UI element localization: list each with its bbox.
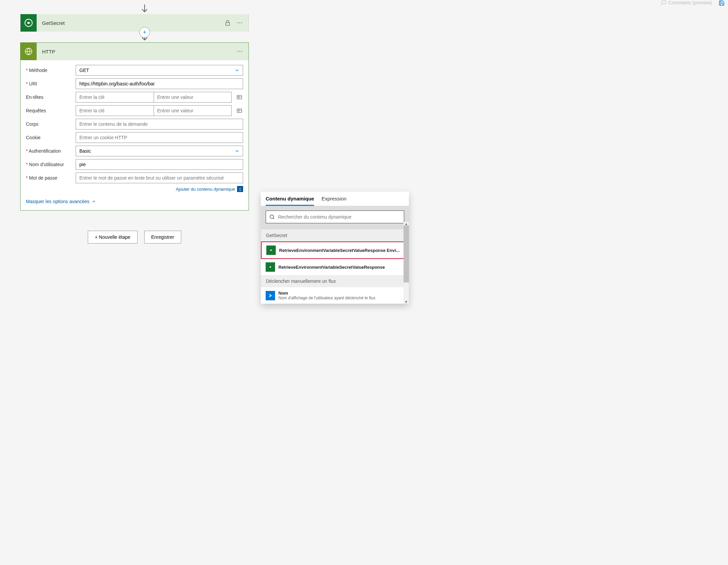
text-mode-icon (236, 108, 242, 114)
queries-key-input[interactable] (76, 105, 154, 116)
getsecret-title: GetSecret (42, 20, 65, 26)
arrow-connector (20, 3, 269, 14)
scroll-down-icon[interactable]: ▼ (404, 300, 409, 304)
lock-icon (224, 20, 231, 26)
http-logo (21, 43, 37, 60)
headers-mode-button[interactable] (236, 94, 243, 100)
dyn-panel-scrollbar[interactable]: ▲ ▼ (404, 222, 409, 304)
add-step-button[interactable]: + (139, 27, 150, 38)
dyn-item-envvar-secret[interactable]: RetrieveEnvironmentVariableSecretValueRe… (261, 259, 409, 275)
headers-label: En-têtes (26, 95, 76, 100)
svg-rect-8 (237, 109, 242, 113)
search-icon (269, 214, 275, 220)
dataverse-icon (24, 18, 33, 27)
top-toolbar: Comments (preview) (661, 0, 728, 10)
uri-label: URI (26, 81, 76, 86)
headers-value-input[interactable] (154, 92, 232, 103)
queries-value-input[interactable] (154, 105, 232, 116)
add-dynamic-content-link[interactable]: Ajouter du contenu dynamique ▯ (26, 186, 243, 192)
password-label: Mot de passe (26, 175, 76, 181)
dyn-item-nom[interactable]: Nom Nom d'affichage de l'utilisateur aya… (261, 287, 409, 304)
http-card: HTTP ··· Méthode URI En-t (20, 42, 249, 211)
dyn-section-getsecret: GetSecret (261, 229, 409, 241)
dynamic-content-panel: Contenu dynamique Expression GetSecret R… (261, 192, 409, 304)
body-input[interactable] (76, 119, 243, 129)
chevron-up-icon (91, 199, 96, 204)
dataverse-logo (21, 14, 37, 32)
comments-button[interactable]: Comments (preview) (661, 0, 712, 5)
svg-line-12 (273, 218, 274, 219)
dyn-item-envvar-secret-trunc[interactable]: RetrieveEnvironmentVariableSecretValueRe… (261, 241, 409, 259)
dataverse-icon (266, 246, 276, 255)
username-label: Nom d'utilisateur (26, 162, 76, 167)
save-icon[interactable] (719, 0, 725, 6)
new-step-button[interactable]: + Nouvelle étape (88, 231, 137, 243)
globe-icon (25, 47, 33, 55)
dataverse-icon (266, 262, 275, 272)
method-label: Méthode (26, 68, 76, 73)
svg-rect-1 (226, 23, 230, 25)
scrollbar-thumb[interactable] (404, 225, 409, 282)
uri-input[interactable] (76, 78, 243, 89)
hide-advanced-toggle[interactable]: Masquer les options avancées (26, 199, 96, 204)
username-input[interactable] (76, 159, 243, 170)
save-button[interactable]: Enregistrer (144, 231, 181, 243)
body-label: Corps (26, 121, 76, 127)
cookie-label: Cookie (26, 135, 76, 140)
dynamic-badge-icon: ▯ (237, 186, 243, 192)
auth-label: Authentification (26, 148, 76, 154)
headers-key-input[interactable] (76, 92, 154, 103)
designer-canvas: GetSecret ··· + HTTP ··· (20, 3, 269, 243)
dynamic-search-input[interactable] (278, 214, 400, 220)
tab-dynamic-content[interactable]: Contenu dynamique (266, 196, 314, 206)
auth-select[interactable] (76, 146, 243, 156)
getsecret-card[interactable]: GetSecret ··· (20, 14, 249, 32)
cookie-input[interactable] (76, 132, 243, 143)
queries-label: Requêtes (26, 108, 76, 113)
http-menu-button[interactable]: ··· (237, 49, 243, 54)
queries-mode-button[interactable] (236, 108, 243, 114)
http-title: HTTP (42, 49, 55, 54)
text-mode-icon (236, 94, 242, 100)
arrow-down-icon (141, 4, 149, 13)
tab-expression[interactable]: Expression (321, 196, 346, 206)
svg-point-11 (270, 215, 274, 219)
password-input[interactable] (76, 173, 243, 183)
getsecret-menu-button[interactable]: ··· (237, 20, 243, 26)
svg-rect-5 (237, 96, 242, 99)
method-select[interactable] (76, 65, 243, 76)
flow-icon (266, 291, 275, 300)
dyn-section-trigger: Déclencher manuellement un flux (261, 275, 409, 287)
comment-icon (661, 0, 666, 5)
